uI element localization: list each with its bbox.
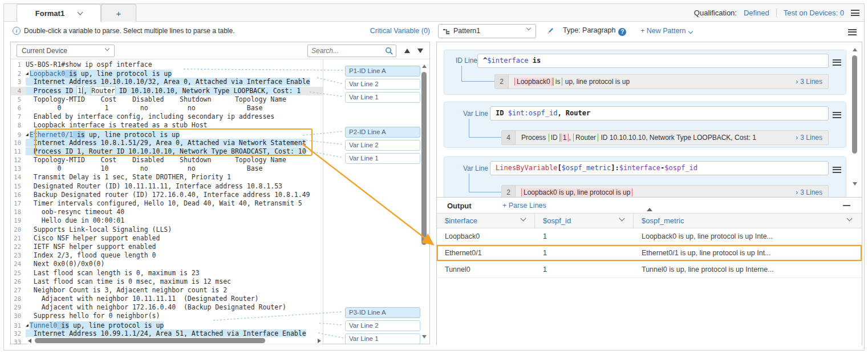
var-line-box[interactable]: Var Line 2 [345, 320, 420, 331]
code-line[interactable]: 5 Topology-MTID Cost Disabled Shutdown T… [11, 95, 323, 104]
pattern-menu-icon[interactable] [848, 27, 857, 37]
new-pattern-button[interactable]: + New Pattern [640, 27, 692, 35]
id-line-box[interactable]: P3-ID Line A [345, 307, 420, 318]
code-line[interactable]: 13 0 10 no no Base [11, 164, 323, 173]
code-line[interactable]: 20 Supports Link-local Signaling (LLS) [11, 226, 323, 234]
line-number: 19 [11, 216, 26, 225]
output-cell: Loopback0 [437, 228, 535, 244]
code-line[interactable]: 7 Enabled by interface config, including… [11, 112, 323, 121]
chevron-down-icon[interactable] [619, 216, 625, 222]
qualification-defined-link[interactable]: Defined [744, 9, 769, 17]
chevron-down-icon[interactable] [521, 216, 526, 222]
device-select[interactable]: Current Device [17, 45, 115, 57]
id-line-box[interactable]: P2-ID Line A [345, 127, 420, 138]
pattern-expression-input[interactable]: ID $int:ospf_id, Router [490, 106, 829, 120]
menu-icon[interactable] [851, 9, 859, 18]
output-row[interactable]: Ethernet0/11Ethernet0/1 is up, line prot… [437, 245, 862, 262]
sample-text: Process ID1, Router ID 10.10.10.10, Netw… [516, 134, 796, 142]
scroll-down-icon[interactable] [853, 182, 857, 186]
output-column-header[interactable]: $interface [437, 214, 535, 228]
scrollbar-thumb[interactable] [852, 55, 857, 154]
help-icon[interactable]: ? [618, 28, 626, 36]
pattern-select[interactable]: Pattern1 [438, 24, 536, 38]
critical-variable-link[interactable]: Critical Variable (0) [370, 27, 430, 35]
code-line[interactable]: 10 Internet Address 10.8.1.51/29, Area 0… [11, 139, 323, 147]
var-line-box[interactable]: Var Line 1 [345, 333, 420, 344]
line-number: 27 [11, 286, 26, 295]
scroll-down-icon[interactable] [422, 335, 427, 339]
scroll-right-icon[interactable] [318, 339, 321, 343]
tab-add-format[interactable]: + [101, 4, 136, 22]
code-line[interactable]: 25 Last flood scan length is 0, maximum … [11, 269, 323, 277]
pattern-expression-input[interactable]: ^$interface is [477, 54, 829, 68]
scroll-up-icon[interactable] [422, 65, 427, 68]
minimize-icon[interactable] [843, 205, 850, 206]
tab-format1[interactable]: Format1 [17, 4, 101, 22]
code-line[interactable]: 1US-BOS-R1#show ip ospf interface [11, 61, 323, 69]
code-line[interactable]: 11 Process ID 1, Router ID 10.10.10.10, … [11, 147, 323, 156]
code-line[interactable]: 18 oob-resync timeout 40 [11, 208, 323, 216]
output-rows: Loopback01Loopback0 is up, line protocol… [437, 228, 862, 278]
code-line[interactable]: 9◢Ethernet0/1 is up, line protocol is up [11, 130, 323, 139]
search-icon[interactable] [385, 47, 394, 55]
output-row[interactable]: Tunnel01Tunnel0 is up, line protocol is … [437, 262, 862, 278]
line-menu-icon[interactable] [833, 165, 841, 174]
code-editor[interactable]: 1US-BOS-R1#show ip ospf interface2◢Loopb… [11, 59, 323, 345]
code-line[interactable]: 19 Hello due in 00:00:01 [11, 216, 323, 225]
search-next-button[interactable] [417, 49, 423, 53]
fold-triangle-icon[interactable]: ◢ [26, 132, 29, 137]
var-line-box[interactable]: Var Line 1 [345, 153, 420, 164]
code-line[interactable]: 24 Next 0x0(0)/0x0(0) [11, 260, 323, 268]
var-line-box[interactable]: Var Line 2 [345, 140, 420, 151]
code-horizontal-scrollbar[interactable] [27, 337, 322, 344]
code-line[interactable]: 3 Internet Address 10.10.10.10/32, Area … [11, 78, 323, 86]
code-line[interactable]: 30 Suppress hello for 0 neighbor(s) [11, 312, 323, 320]
code-line[interactable]: 6 0 1 no no Base [11, 104, 323, 112]
code-line[interactable]: 29 Adjacent with neighbor 172.16.0.40 (B… [11, 303, 323, 312]
scroll-left-icon[interactable] [28, 339, 31, 343]
test-on-devices-link[interactable]: Test on Devices: 0 [784, 9, 844, 17]
chevron-down-icon[interactable] [847, 216, 853, 222]
var-line-box[interactable]: Var Line 2 [345, 79, 420, 90]
code-line[interactable]: 28 Adjacent with neighbor 10.11.11.11 (D… [11, 295, 323, 303]
pattern-expression-input[interactable]: LinesByVariable[$ospf_metric]:$interface… [490, 161, 829, 175]
var-line-box[interactable]: Var Line 1 [345, 92, 420, 103]
code-line[interactable]: 16 Backup Designated router (ID) 172.16.… [11, 191, 323, 199]
line-number: 31 [11, 321, 26, 330]
line-menu-icon[interactable] [833, 58, 841, 67]
scrollbar-thumb[interactable] [35, 338, 265, 343]
code-line[interactable]: 15 Designated Router (ID) 10.11.11.11, I… [11, 182, 323, 191]
code-line[interactable]: 4 Process ID 1, Router ID 10.10.10.10, N… [11, 87, 323, 95]
output-column-header[interactable]: $ospf_metric [634, 214, 861, 228]
code-line[interactable]: 22 IETF NSF helper support enabled [11, 243, 323, 251]
code-line[interactable]: 27 Neighbor Count is 3, Adjacent neighbo… [11, 286, 323, 295]
code-line[interactable]: 12 Topology-MTID Cost Disabled Shutdown … [11, 156, 323, 164]
code-line[interactable]: 8 Loopback interface is treated as a stu… [11, 121, 323, 130]
scrollbar-thumb[interactable] [421, 72, 427, 245]
fold-triangle-icon[interactable]: ◢ [26, 71, 29, 76]
pattern-section: Var Line 1ID $int:ospf_id, Router4Proces… [444, 102, 846, 148]
scroll-up-icon[interactable] [853, 48, 857, 51]
code-line[interactable]: 2◢Loopback0 is up, line protocol is up [11, 69, 323, 78]
code-line[interactable]: 23 Index 2/3, flood queue length 0 [11, 251, 323, 260]
output-column-header[interactable]: $ospf_id [535, 214, 634, 228]
fold-triangle-icon[interactable]: ◢ [26, 323, 29, 328]
code-line[interactable]: 21 Cisco NSF helper support enabled [11, 234, 323, 243]
code-line[interactable]: 26 Last flood scan time is 0 msec, maxim… [11, 277, 323, 286]
code-line[interactable]: 31◢Tunnel0 is up, line protocol is up [11, 321, 323, 329]
edit-pattern-icon[interactable] [546, 26, 555, 38]
expand-lines-link[interactable]: ›3 Lines [796, 134, 828, 142]
code-line[interactable]: 17 Timer intervals configured, Hello 10,… [11, 199, 323, 208]
code-line[interactable]: 14 Transmit Delay is 1 sec, State DROTHE… [11, 173, 323, 182]
line-menu-icon[interactable] [833, 110, 841, 119]
output-row[interactable]: Loopback01Loopback0 is up, line protocol… [437, 228, 862, 245]
parse-lines-button[interactable]: + Parse Lines [502, 202, 546, 210]
collapse-up-icon[interactable] [647, 198, 652, 208]
expand-lines-link[interactable]: ›3 Lines [796, 188, 828, 196]
sample-line-number: 4 [502, 131, 516, 144]
search-input[interactable] [311, 46, 380, 56]
id-line-box[interactable]: P1-ID Line A [345, 66, 420, 77]
pattern-line-label: Var Line 1 [463, 110, 494, 118]
expand-lines-link[interactable]: ›3 Lines [796, 78, 828, 86]
search-prev-button[interactable] [404, 49, 410, 53]
